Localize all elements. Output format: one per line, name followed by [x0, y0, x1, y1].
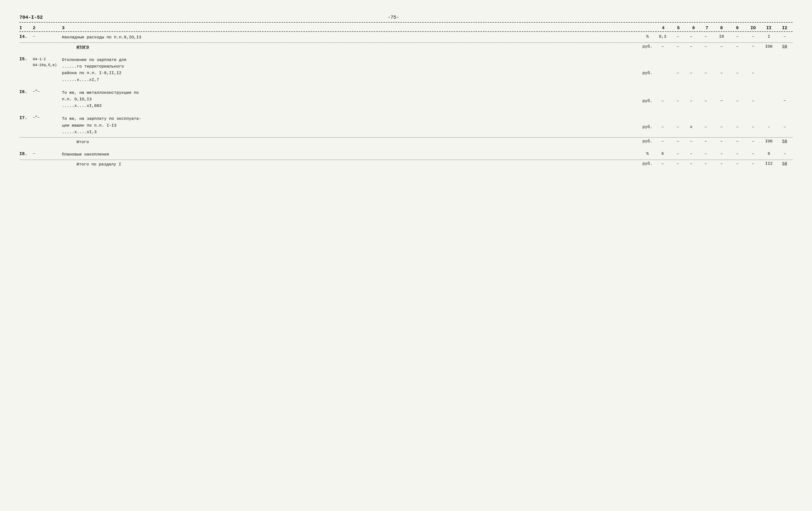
row-17-code: –"– — [33, 115, 62, 120]
row-17-c12: – — [777, 115, 792, 129]
row-17-num: I7. — [20, 115, 33, 120]
row-17-sub-c6: – — [685, 139, 698, 144]
row-18-c12: – — [777, 151, 792, 156]
row-16-c9: – — [729, 89, 745, 103]
row-18-c11: 6 — [761, 151, 777, 156]
row-18-sub-c12: 58 — [777, 161, 792, 166]
row-14: I4. – Накладные расходы по п.п.9,IO,I3 %… — [20, 33, 792, 42]
row-14-sub-val: – — [654, 44, 671, 49]
row-17-sub-c12: 58 — [777, 139, 792, 144]
row-16-c6: – — [685, 89, 698, 103]
col-header-9: 9 — [729, 26, 745, 30]
row-18-subtotal: Итого по разделу I руб. – – – – – – – II… — [20, 160, 792, 169]
row-17-c7: – — [698, 115, 714, 129]
row-15-c6: – — [685, 57, 698, 75]
row-16-c8: ~ — [714, 89, 729, 103]
col-header-1: I — [20, 26, 33, 30]
row-17-c5: – — [671, 115, 685, 129]
row-18-sub-desc: Итого по разделу I — [62, 161, 641, 168]
row-17-c8: – — [714, 115, 729, 129]
row-14-c7: – — [698, 34, 714, 39]
row-14-sub-c6: – — [685, 44, 698, 49]
table-body: I4. – Накладные расходы по п.п.9,IO,I3 %… — [20, 33, 792, 169]
row-18-c7: – — [698, 151, 714, 156]
row-17-sub-val: – — [654, 139, 671, 144]
row-17-unit: руб. — [641, 115, 654, 129]
row-18-sub-c8: – — [714, 161, 729, 166]
row-17: I7. –"– То же, на зарплату по эксплуата-… — [20, 114, 792, 137]
row-14-code: – — [33, 34, 62, 39]
row-15-c7: – — [698, 57, 714, 75]
row-14-sub-unit: руб. — [641, 44, 654, 49]
col-header-3: 3 — [62, 26, 657, 30]
row-18-sub-unit: руб. — [641, 161, 654, 166]
row-17-sub-c7: – — [698, 139, 714, 144]
row-16-desc: То же, на металлоконструкции по п.п. 9,I… — [62, 89, 641, 109]
row-16-c12: ~ — [777, 89, 792, 103]
col-header-6: 6 — [687, 26, 700, 30]
row-14-sub-c11: IO6 — [761, 44, 777, 49]
row-14-val: 8,3 — [654, 34, 671, 39]
col-header-7: 7 — [700, 26, 714, 30]
row-14-c5: – — [671, 34, 685, 39]
row-17-sub-c9: – — [729, 139, 745, 144]
row-15-c5: – — [671, 57, 685, 75]
row-15-c9: – — [729, 57, 745, 75]
row-17-desc: То же, на зарплату по эксплуата- ции маш… — [62, 115, 641, 135]
row-17-subtotal: Итого руб. – – – – – – – IO6 58 — [20, 137, 792, 147]
col-header-11: II — [761, 26, 777, 30]
col-header-5: 5 — [670, 26, 687, 30]
row-17-sub-c10: – — [745, 139, 761, 144]
row-15-num: I5. — [20, 57, 33, 61]
col-header-8: 8 — [714, 26, 729, 30]
row-14-num: I4. — [20, 34, 33, 39]
row-14-sub-desc: ИТОГО — [62, 44, 641, 51]
row-16-c5: – — [671, 89, 685, 103]
row-18-sub-c5: – — [671, 161, 685, 166]
row-18-c8: – — [714, 151, 729, 156]
row-16-unit: руб. — [641, 89, 654, 103]
row-18-sub-c6: – — [685, 161, 698, 166]
row-18-desc: Плановые накопления — [62, 151, 641, 158]
row-15-c8: – — [714, 57, 729, 75]
row-17-val: – — [654, 115, 671, 129]
page-header: 704-I-52 -75- — [20, 15, 792, 20]
row-16-c10: – — [745, 89, 761, 103]
row-14-desc: Накладные расходы по п.п.9,IO,I3 — [62, 34, 641, 40]
row-14-c9: – — [729, 34, 745, 39]
row-14-sub-c9: – — [729, 44, 745, 49]
top-divider — [20, 22, 792, 23]
row-14-c12: – — [777, 34, 792, 39]
row-14-sub-c12: 58 — [777, 44, 792, 49]
row-14-c6: – — [685, 34, 698, 39]
row-18-sub-c7: – — [698, 161, 714, 166]
row-16-c7: – — [698, 89, 714, 103]
row-17-c10: – — [745, 115, 761, 129]
row-18-c9: – — [729, 151, 745, 156]
row-18-c10: – — [745, 151, 761, 156]
page-container: 704-I-52 -75- I 2 3 4 5 6 7 8 9 IO II I2… — [20, 15, 792, 169]
doc-id: 704-I-52 — [20, 15, 43, 20]
row-14-c11: I — [761, 34, 777, 39]
row-14-c10: – — [745, 34, 761, 39]
row-15-c10: – — [745, 57, 761, 75]
row-18-c6: – — [685, 151, 698, 156]
row-18-sub-c10: – — [745, 161, 761, 166]
row-17-sub-c11: IO6 — [761, 139, 777, 144]
col-header-2: 2 — [33, 26, 62, 30]
row-15: I5. 04-1-I04-28а,б,в) Отклонение по зарп… — [20, 55, 792, 85]
row-17-c6: х — [685, 115, 698, 129]
row-18-sub-val: – — [654, 161, 671, 166]
column-headers: I 2 3 4 5 6 7 8 9 IO II I2 — [20, 24, 792, 32]
col-header-4: 4 — [657, 26, 670, 30]
row-18: I8. – Плановые накопления % 6 – – – – – … — [20, 150, 792, 159]
row-16-code: –"– — [33, 89, 62, 94]
page-number: -75- — [388, 15, 399, 20]
col-header-12: I2 — [777, 26, 792, 30]
row-17-sub-c5: – — [671, 139, 685, 144]
row-14-unit: % — [641, 34, 654, 39]
row-14-sub-c7: – — [698, 44, 714, 49]
row-18-sub-c9: – — [729, 161, 745, 166]
row-17-c11: – — [761, 115, 777, 129]
row-18-sub-c11: II2 — [761, 161, 777, 166]
